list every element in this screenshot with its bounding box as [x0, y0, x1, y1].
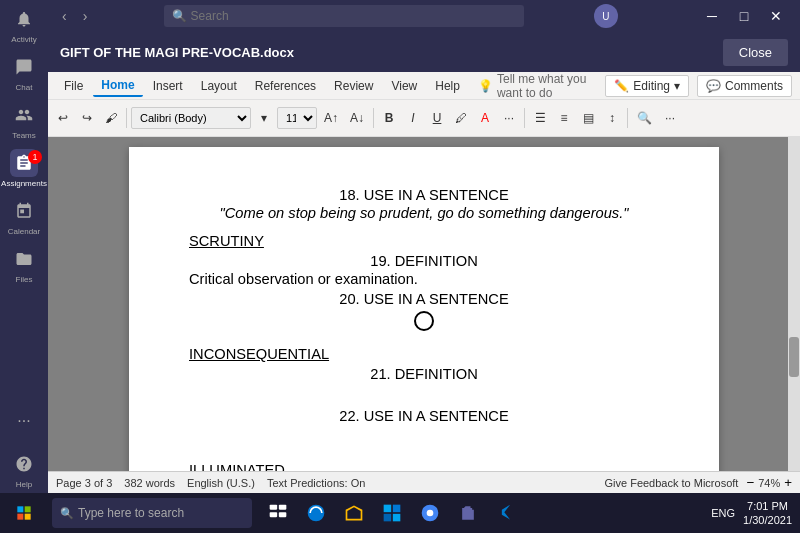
sidebar-item-assignments[interactable]: 1 Assignments	[0, 144, 48, 192]
separator-2	[373, 108, 374, 128]
status-right: Give Feedback to Microsoft − 74% +	[604, 475, 792, 490]
separator	[126, 108, 127, 128]
taskbar-task-view[interactable]	[260, 493, 296, 533]
alignment-button[interactable]: ▤	[577, 105, 599, 131]
scroll-thumb[interactable]	[789, 337, 799, 377]
sidebar-item-more[interactable]: ···	[0, 397, 48, 445]
taskbar-vs-code[interactable]	[488, 493, 524, 533]
window-close-button[interactable]: ✕	[760, 0, 792, 32]
font-size-selector[interactable]: 11	[277, 107, 317, 129]
section-illuminated: ILLUMINATED 23. DEFINITION 24. USE IN A …	[189, 462, 659, 471]
menu-file[interactable]: File	[56, 76, 91, 96]
assignments-badge: 1	[28, 150, 42, 164]
section-18: 18. USE IN A SENTENCE "Come on stop bein…	[189, 187, 659, 221]
increase-font-button[interactable]: A↑	[319, 105, 343, 131]
sidebar-item-chat[interactable]: Chat	[0, 48, 48, 96]
document-area[interactable]: 18. USE IN A SENTENCE "Come on stop bein…	[48, 137, 800, 471]
menu-help[interactable]: Help	[427, 76, 468, 96]
tell-me-box[interactable]: 💡 Tell me what you want to do	[470, 69, 603, 103]
zoom-out-button[interactable]: −	[746, 475, 754, 490]
taskbar-edge[interactable]	[298, 493, 334, 533]
menu-layout[interactable]: Layout	[193, 76, 245, 96]
item-18-quote: "Come on stop being so prudent, go do so…	[189, 205, 659, 221]
more-toolbar-button[interactable]: ···	[659, 105, 681, 131]
sidebar-item-activity[interactable]: Activity	[0, 0, 48, 48]
svg-rect-6	[270, 512, 278, 517]
taskbar: 🔍 Type here to search ENG 7:01 PM 1/30/2…	[0, 493, 800, 533]
item-21-label: 21. DEFINITION	[189, 366, 659, 382]
search-input[interactable]	[191, 9, 516, 23]
bullets-button[interactable]: ☰	[529, 105, 551, 131]
bold-button[interactable]: B	[378, 105, 400, 131]
more-options-button[interactable]: ···	[498, 105, 520, 131]
maximize-button[interactable]: □	[728, 0, 760, 32]
scroll-bar[interactable]	[788, 137, 800, 471]
menu-bar: File Home Insert Layout References Revie…	[48, 72, 800, 100]
chevron-down-icon: ▾	[674, 79, 680, 93]
menu-references[interactable]: References	[247, 76, 324, 96]
svg-point-14	[427, 510, 434, 517]
sidebar-item-help[interactable]: Help	[0, 445, 48, 493]
taskbar-search[interactable]: 🔍 Type here to search	[52, 498, 252, 528]
taskbar-explorer[interactable]	[336, 493, 372, 533]
menu-insert[interactable]: Insert	[145, 76, 191, 96]
svg-rect-10	[393, 505, 401, 513]
feedback-link[interactable]: Give Feedback to Microsoft	[604, 477, 738, 489]
nav-back-button[interactable]: ‹	[56, 6, 73, 26]
taskbar-store[interactable]	[374, 493, 410, 533]
item-18-label: 18. USE IN A SENTENCE	[189, 187, 659, 203]
underline-button[interactable]: U	[426, 105, 448, 131]
taskbar-chrome[interactable]	[412, 493, 448, 533]
sidebar-item-calendar[interactable]: Calendar	[0, 192, 48, 240]
section-scrutiny: SCRUTINY 19. DEFINITION Critical observa…	[189, 233, 659, 334]
scrutiny-definition: Critical observation or examination.	[189, 271, 659, 287]
sidebar-item-files[interactable]: Files	[0, 240, 48, 288]
document-page[interactable]: 18. USE IN A SENTENCE "Come on stop bein…	[129, 147, 719, 471]
user-avatar[interactable]: U	[594, 4, 618, 28]
lightbulb-icon: 💡	[478, 79, 493, 93]
sidebar-item-teams[interactable]: Teams	[0, 96, 48, 144]
svg-rect-7	[279, 512, 287, 517]
minimize-button[interactable]: ─	[696, 0, 728, 32]
nav-forward-button[interactable]: ›	[77, 6, 94, 26]
decrease-font-button[interactable]: A↓	[345, 105, 369, 131]
separator-3	[524, 108, 525, 128]
title-search-box[interactable]: 🔍	[164, 5, 524, 27]
line-spacing-button[interactable]: ↕	[601, 105, 623, 131]
font-selector[interactable]: Calibri (Body)	[131, 107, 251, 129]
menu-review[interactable]: Review	[326, 76, 381, 96]
search-icon: 🔍	[172, 9, 187, 23]
language-info: English (U.S.)	[187, 477, 255, 489]
taskbar-teams-app[interactable]	[450, 493, 486, 533]
start-button[interactable]	[0, 493, 48, 533]
tell-me-text: Tell me what you want to do	[497, 72, 595, 100]
format-painter-button[interactable]: 🖌	[100, 105, 122, 131]
find-button[interactable]: 🔍	[632, 105, 657, 131]
svg-rect-1	[25, 506, 31, 512]
item-20-label: 20. USE IN A SENTENCE	[189, 291, 659, 307]
zoom-in-button[interactable]: +	[784, 475, 792, 490]
svg-rect-4	[270, 505, 278, 510]
page-info: Page 3 of 3	[56, 477, 112, 489]
editing-button[interactable]: ✏️ Editing ▾	[605, 75, 689, 97]
text-predictions-info: Text Predictions: On	[267, 477, 365, 489]
italic-button[interactable]: I	[402, 105, 424, 131]
menu-view[interactable]: View	[383, 76, 425, 96]
section-inconsequential: INCONSEQUENTIAL 21. DEFINITION 22. USE I…	[189, 346, 659, 450]
undo-button[interactable]: ↩	[52, 105, 74, 131]
item-19-label: 19. DEFINITION	[189, 253, 659, 269]
redo-button[interactable]: ↪	[76, 105, 98, 131]
comments-button[interactable]: 💬 Comments	[697, 75, 792, 97]
main-app-area: ‹ › 🔍 U ─ □ ✕ GIFT OF THE MAGI PRE-VOCAB…	[48, 0, 800, 493]
close-document-button[interactable]: Close	[723, 39, 788, 66]
app-header: GIFT OF THE MAGI PRE-VOCAB.docx Close	[48, 32, 800, 72]
svg-rect-3	[25, 514, 31, 520]
menu-home[interactable]: Home	[93, 75, 142, 97]
taskbar-icons	[260, 493, 524, 533]
taskbar-search-placeholder: Type here to search	[78, 506, 184, 520]
font-color-button[interactable]: A	[474, 105, 496, 131]
ribbon: File Home Insert Layout References Revie…	[48, 72, 800, 137]
numbering-button[interactable]: ≡	[553, 105, 575, 131]
highlight-button[interactable]: 🖊	[450, 105, 472, 131]
font-dropdown-button[interactable]: ▾	[253, 105, 275, 131]
